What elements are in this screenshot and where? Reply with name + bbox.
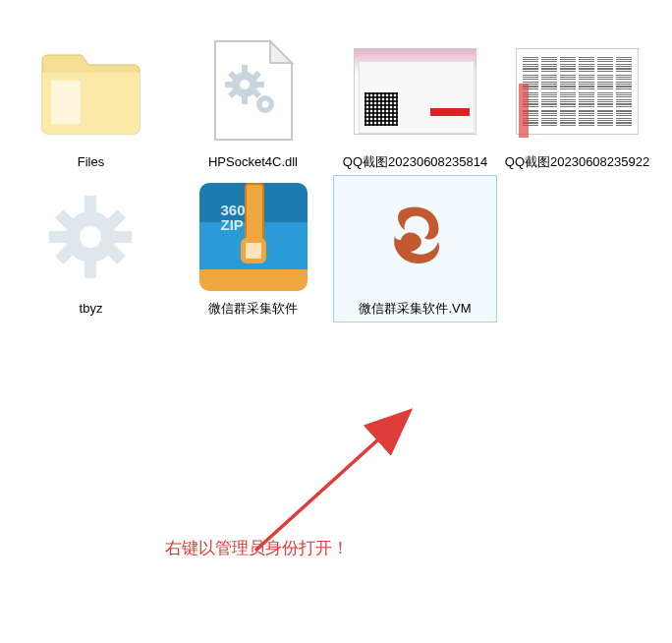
file-item-vm-exe[interactable]: 微信群采集软件.VM [334,176,496,322]
screenshot-thumbnail-icon [352,34,479,147]
svg-rect-18 [114,231,132,243]
document-icon [190,34,317,147]
file-item-folder[interactable]: Files [10,29,172,176]
svg-rect-5 [225,82,233,88]
zip-type-label: ZIP [221,216,244,233]
screenshot-thumbnail-icon [514,34,642,147]
svg-rect-4 [242,96,248,104]
gear-icon [28,181,155,294]
file-label: QQ截图20230608235922 [505,153,649,171]
app-icon [352,181,479,294]
file-item-dll[interactable]: HPSocket4C.dll [172,29,334,176]
file-item-screenshot[interactable]: QQ截图20230608235922 [496,29,658,176]
file-item-config[interactable]: tbyz [10,176,172,322]
file-label: 微信群采集软件 [208,300,298,318]
svg-rect-6 [256,82,264,88]
file-item-archive[interactable]: 360 ZIP 微信群采集软件 [172,176,334,322]
file-label: QQ截图20230608235814 [343,153,487,171]
svg-rect-15 [84,196,96,213]
svg-point-14 [80,226,101,248]
svg-rect-3 [242,65,248,73]
svg-rect-16 [84,261,96,278]
svg-line-24 [255,413,408,551]
file-label: Files [78,153,104,171]
file-label: 微信群采集软件.VM [359,300,471,318]
svg-point-23 [409,235,419,245]
file-item-screenshot[interactable]: QQ截图20230608235814 [334,29,496,176]
svg-rect-0 [51,81,81,124]
file-label: tbyz [80,300,103,318]
annotation-text: 右键以管理员身份打开！ [165,538,349,559]
file-grid: Files [10,29,662,322]
svg-rect-17 [49,231,67,243]
folder-icon [28,34,155,147]
zip-archive-icon: 360 ZIP [190,181,317,294]
file-label: HPSocket4C.dll [208,153,298,171]
svg-point-2 [240,80,250,89]
svg-point-12 [262,101,269,108]
